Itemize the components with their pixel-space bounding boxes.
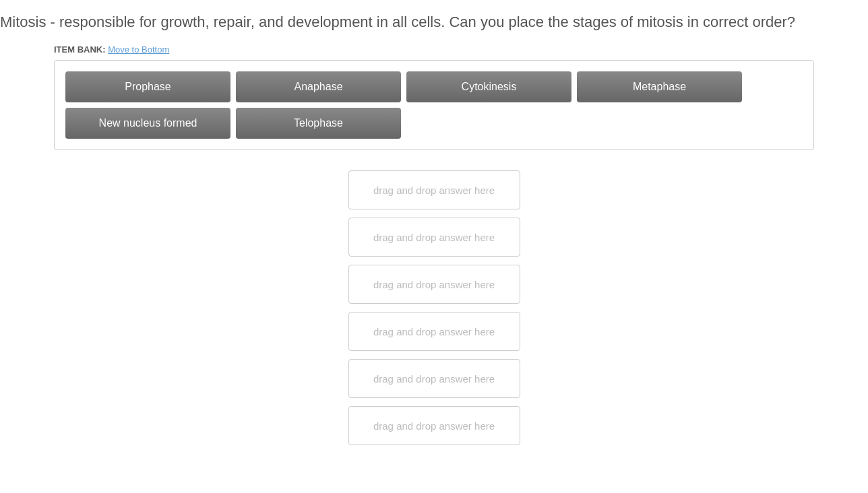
drop-zone-5[interactable]: drag and drop answer here bbox=[348, 359, 520, 398]
move-to-bottom-link[interactable]: Move to Bottom bbox=[108, 44, 169, 55]
drop-zone-1-placeholder: drag and drop answer here bbox=[373, 185, 495, 196]
item-bank-section: ITEM BANK: Move to Bottom Prophase Anaph… bbox=[54, 44, 814, 150]
drop-zone-2[interactable]: drag and drop answer here bbox=[348, 218, 520, 257]
drop-zone-5-placeholder: drag and drop answer here bbox=[373, 373, 495, 385]
drop-zone-4[interactable]: drag and drop answer here bbox=[348, 312, 520, 351]
drop-zone-2-placeholder: drag and drop answer here bbox=[373, 232, 495, 243]
stage-button-metaphase[interactable]: Metaphase bbox=[577, 71, 742, 102]
stage-button-cytokinesis[interactable]: Cytokinesis bbox=[406, 71, 571, 102]
item-bank-label: ITEM BANK: bbox=[54, 44, 106, 55]
drop-zone-3[interactable]: drag and drop answer here bbox=[348, 265, 520, 304]
drop-zone-4-placeholder: drag and drop answer here bbox=[373, 326, 495, 337]
drop-zone-1[interactable]: drag and drop answer here bbox=[348, 170, 520, 209]
page-title: Mitosis - responsible for growth, repair… bbox=[0, 0, 868, 44]
item-bank-row-2: New nucleus formed Telophase bbox=[65, 108, 803, 139]
drop-zone-6[interactable]: drag and drop answer here bbox=[348, 406, 520, 445]
stage-button-anaphase[interactable]: Anaphase bbox=[236, 71, 401, 102]
item-bank-container: Prophase Anaphase Cytokinesis Metaphase … bbox=[54, 60, 814, 150]
item-bank-header: ITEM BANK: Move to Bottom bbox=[54, 44, 814, 55]
drop-zones-section: drag and drop answer here drag and drop … bbox=[0, 170, 868, 445]
item-bank-row-1: Prophase Anaphase Cytokinesis Metaphase bbox=[65, 71, 803, 102]
drop-zone-3-placeholder: drag and drop answer here bbox=[373, 279, 495, 290]
drop-zone-6-placeholder: drag and drop answer here bbox=[373, 420, 495, 432]
stage-button-telophase[interactable]: Telophase bbox=[236, 108, 401, 139]
stage-button-prophase[interactable]: Prophase bbox=[65, 71, 230, 102]
stage-button-new-nucleus-formed[interactable]: New nucleus formed bbox=[65, 108, 230, 139]
